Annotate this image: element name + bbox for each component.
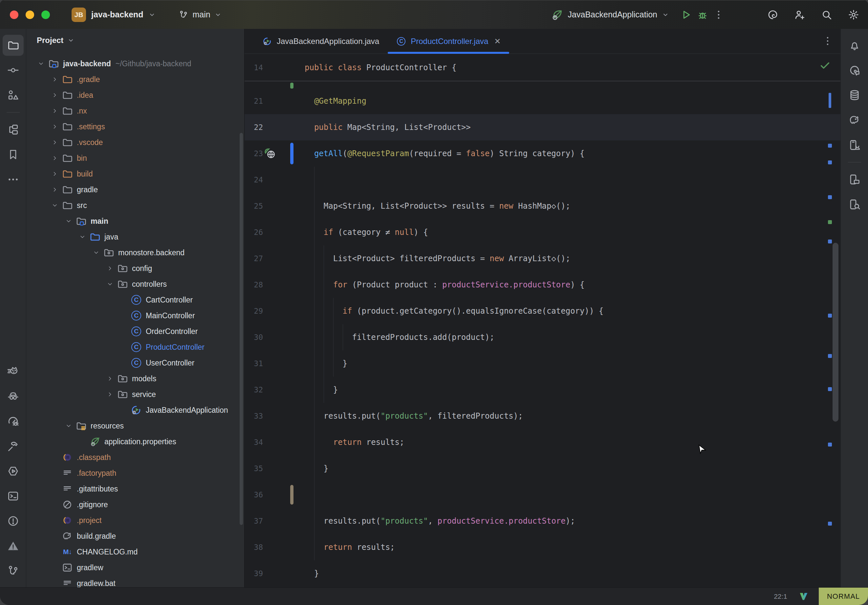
- code-line-24[interactable]: 24: [245, 167, 840, 193]
- tree-chevron-down-icon[interactable]: [89, 245, 103, 260]
- caret-position[interactable]: 22:1: [774, 593, 787, 600]
- code-line-39[interactable]: 39 }: [245, 560, 840, 586]
- code-text[interactable]: return results;: [305, 429, 404, 455]
- project-widget[interactable]: JB java-backend: [71, 8, 156, 22]
- tree-item-.settings[interactable]: .settings: [26, 119, 244, 135]
- tree-item-service[interactable]: service: [26, 387, 244, 402]
- editor-tab-javabackendapplication-java[interactable]: JavaBackendApplication.java: [254, 29, 388, 54]
- run-button[interactable]: [680, 9, 692, 21]
- ai-assistant-icon[interactable]: [767, 9, 779, 21]
- tree-item-.gradle[interactable]: .gradle: [26, 71, 244, 87]
- close-tab-icon[interactable]: ✕: [494, 37, 501, 46]
- code-line-36[interactable]: 36: [245, 482, 840, 508]
- code-line-37[interactable]: 37 results.put("products", productServic…: [245, 508, 840, 534]
- line-number[interactable]: 25: [245, 193, 263, 219]
- tree-item-.factorypath[interactable]: .factorypath: [26, 465, 244, 481]
- code-text[interactable]: if (product.getCategory().equalsIgnoreCa…: [305, 298, 603, 324]
- tree-item-.nx[interactable]: .nx: [26, 103, 244, 119]
- tool-more-dots-icon[interactable]: [3, 169, 24, 190]
- stripe-mark-blue[interactable]: [828, 443, 832, 447]
- tree-item-maincontroller[interactable]: CMainController: [26, 308, 244, 323]
- tool-git-branch-icon[interactable]: [3, 560, 24, 581]
- tree-item-models[interactable]: models: [26, 371, 244, 387]
- code-line-31[interactable]: 31 }: [245, 350, 840, 377]
- line-number[interactable]: 29: [245, 298, 263, 324]
- settings-gear-icon[interactable]: [848, 9, 859, 21]
- code-text[interactable]: if (category ≠ null) {: [305, 219, 428, 245]
- tree-item-java[interactable]: java: [26, 229, 244, 245]
- code-line-29[interactable]: 29 if (product.getCategory().equalsIgnor…: [245, 298, 840, 324]
- tool-database-icon[interactable]: [844, 85, 865, 106]
- tree-chevron-right-icon[interactable]: [48, 182, 62, 198]
- stripe-mark-green[interactable]: [828, 220, 832, 224]
- stripe-mark-blue[interactable]: [828, 387, 832, 391]
- line-number[interactable]: 30: [245, 324, 263, 350]
- tree-chevron-right-icon[interactable]: [48, 71, 62, 87]
- tool-profiler-icon[interactable]: [3, 411, 24, 432]
- tool-structure-icon[interactable]: [3, 119, 24, 140]
- tool-terminal-icon[interactable]: [3, 486, 24, 507]
- tree-chevron-down-icon[interactable]: [48, 198, 62, 213]
- line-number[interactable]: 31: [245, 350, 263, 377]
- tool-ai-chat-icon[interactable]: [844, 60, 865, 81]
- tree-chevron-right-icon[interactable]: [48, 166, 62, 182]
- code-line-23[interactable]: 23 getAll(@RequestParam(required = false…: [245, 141, 840, 167]
- tree-chevron-down-icon[interactable]: [34, 56, 48, 71]
- stripe-mark-blue[interactable]: [828, 354, 832, 358]
- line-number[interactable]: 39: [245, 560, 263, 586]
- code-text[interactable]: Map<String, List<Product>> results = new…: [305, 193, 570, 219]
- stripe-mark-blue[interactable]: [828, 161, 832, 164]
- tree-item-.classpath[interactable]: .classpath: [26, 449, 244, 465]
- tool-warning-icon[interactable]: [3, 535, 24, 557]
- tree-item-bin[interactable]: bin: [26, 150, 244, 166]
- tree-item-.idea[interactable]: .idea: [26, 87, 244, 103]
- tree-item-src[interactable]: src: [26, 198, 244, 213]
- tree-item-gradle[interactable]: gradle: [26, 182, 244, 198]
- tree-item-gradlew[interactable]: gradlew: [26, 560, 244, 576]
- line-number[interactable]: 35: [245, 455, 263, 482]
- tree-item-.gitignore[interactable]: .gitignore: [26, 497, 244, 512]
- line-number[interactable]: 24: [245, 167, 263, 193]
- tree-chevron-down-icon[interactable]: [103, 276, 117, 292]
- tree-item-cartcontroller[interactable]: CCartController: [26, 292, 244, 308]
- tree-scrollbar[interactable]: [240, 133, 243, 525]
- line-number[interactable]: 32: [245, 377, 263, 403]
- tool-device-search-icon[interactable]: [844, 194, 865, 215]
- tree-item-main[interactable]: main: [26, 213, 244, 229]
- editor-tab-productcontroller-java[interactable]: CProductController.java✕: [388, 29, 509, 54]
- run-config-name[interactable]: JavaBackendApplication: [568, 10, 657, 19]
- tool-bell-icon[interactable]: [844, 35, 865, 56]
- line-number[interactable]: 23: [245, 141, 263, 167]
- stripe-mark-blue[interactable]: [828, 240, 832, 243]
- line-number[interactable]: 26: [245, 219, 263, 245]
- tree-chevron-down-icon[interactable]: [62, 418, 76, 434]
- minimize-window-button[interactable]: [26, 11, 34, 19]
- code-line-32[interactable]: 32 }: [245, 377, 840, 403]
- code-text[interactable]: @GetMapping: [305, 88, 366, 114]
- code-text[interactable]: results.put("products", filteredProducts…: [305, 403, 523, 429]
- code-line-35[interactable]: 35 }: [245, 455, 840, 482]
- tree-item-monostore.backend[interactable]: monostore.backend: [26, 245, 244, 260]
- tree-chevron-right-icon[interactable]: [48, 103, 62, 119]
- tree-item-ordercontroller[interactable]: COrderController: [26, 323, 244, 339]
- tree-item-productcontroller[interactable]: CProductController: [26, 339, 244, 355]
- stripe-mark-blue[interactable]: [828, 521, 832, 526]
- tree-chevron-right-icon[interactable]: [48, 135, 62, 150]
- code-line-25[interactable]: 25 Map<String, List<Product>> results = …: [245, 193, 840, 219]
- search-icon[interactable]: [821, 9, 832, 21]
- code-line-28[interactable]: 28 for (Product product : productService…: [245, 272, 840, 298]
- tool-running-devices-icon[interactable]: [844, 169, 865, 190]
- tree-item-build.gradle[interactable]: build.gradle: [26, 528, 244, 544]
- stripe-mark-blue[interactable]: [828, 314, 832, 317]
- inspection-ok-icon[interactable]: [819, 60, 831, 71]
- git-branch-widget[interactable]: main: [178, 10, 221, 20]
- close-window-button[interactable]: [10, 11, 19, 19]
- code-text[interactable]: List<Product> filteredProducts = new Arr…: [305, 245, 570, 272]
- tool-bookmark-icon[interactable]: [3, 144, 24, 165]
- tool-services-icon[interactable]: [3, 461, 24, 482]
- tool-detective-icon[interactable]: [3, 386, 24, 407]
- stripe-mark-blue[interactable]: [828, 144, 832, 148]
- tree-item-.vscode[interactable]: .vscode: [26, 135, 244, 150]
- tree-chevron-right-icon[interactable]: [103, 371, 117, 387]
- code-text[interactable]: }: [305, 560, 319, 586]
